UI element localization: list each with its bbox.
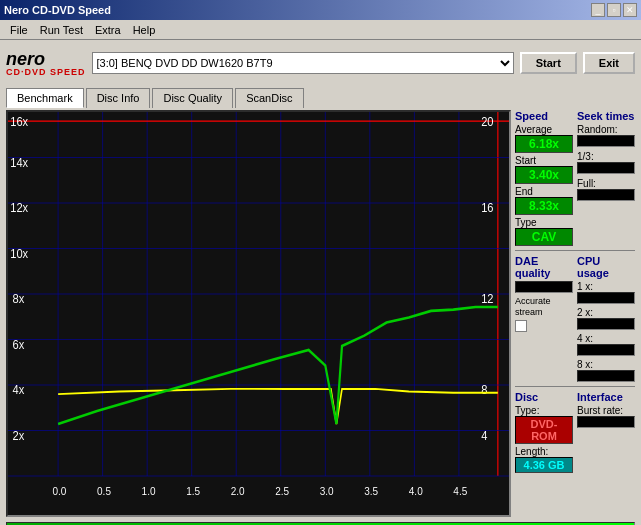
end-value: 8.33x	[515, 197, 573, 215]
disc-type-label: Type:	[515, 405, 573, 416]
4x-bar	[577, 344, 635, 356]
average-value: 6.18x	[515, 135, 573, 153]
svg-text:4.0: 4.0	[409, 485, 423, 498]
type-label: Type	[515, 217, 573, 228]
menu-runtest[interactable]: Run Test	[34, 22, 89, 38]
seek-title: Seek times	[577, 110, 635, 122]
logo-sub: CD·DVD SPEED	[6, 68, 86, 77]
svg-text:0.5: 0.5	[97, 485, 111, 498]
dae-title: DAE quality	[515, 255, 573, 279]
burst-label: Burst rate:	[577, 405, 635, 416]
full-bar	[577, 189, 635, 201]
svg-text:10x: 10x	[10, 246, 28, 261]
random-bar	[577, 135, 635, 147]
svg-text:2.0: 2.0	[231, 485, 245, 498]
tab-discquality[interactable]: Disc Quality	[152, 88, 233, 108]
chart-area: 16x 14x 12x 10x 8x 6x 4x 2x 20 16 12 8 4…	[6, 110, 511, 517]
close-button[interactable]: ✕	[623, 3, 637, 17]
svg-text:4x: 4x	[12, 382, 24, 397]
cpu-title: CPU usage	[577, 255, 635, 279]
third-label: 1/3:	[577, 151, 635, 162]
menu-extra[interactable]: Extra	[89, 22, 127, 38]
divider1	[515, 250, 635, 251]
svg-text:8x: 8x	[12, 291, 24, 306]
disc-section: Disc Type: DVD-ROM Length: 4.36 GB	[515, 391, 573, 473]
window-controls[interactable]: _ ▫ ✕	[591, 3, 637, 17]
right-panel: Speed Average 6.18x Start 3.40x End 8.33…	[515, 110, 635, 517]
1x-label: 1 x:	[577, 281, 635, 292]
svg-text:16x: 16x	[10, 114, 28, 129]
svg-text:3.5: 3.5	[364, 485, 378, 498]
divider2	[515, 386, 635, 387]
tab-benchmark[interactable]: Benchmark	[6, 88, 84, 108]
svg-text:14x: 14x	[10, 155, 28, 170]
exit-button[interactable]: Exit	[583, 52, 635, 74]
svg-text:0.0: 0.0	[53, 485, 67, 498]
minimize-button[interactable]: _	[591, 3, 605, 17]
disc-title: Disc	[515, 391, 573, 403]
start-value: 3.40x	[515, 166, 573, 184]
8x-bar	[577, 370, 635, 382]
disc-type-value: DVD-ROM	[515, 416, 573, 444]
svg-rect-0	[8, 112, 509, 515]
titlebar: Nero CD-DVD Speed _ ▫ ✕	[0, 0, 641, 20]
accurate-label: Accurate stream	[515, 296, 573, 318]
8x-label: 8 x:	[577, 359, 635, 370]
dae-section: DAE quality Accurate stream	[515, 255, 573, 382]
svg-text:4.5: 4.5	[453, 485, 467, 498]
2x-label: 2 x:	[577, 307, 635, 318]
svg-text:12x: 12x	[10, 200, 28, 215]
logo: nero CD·DVD SPEED	[6, 50, 86, 77]
cpu-section: CPU usage 1 x: 2 x: 4 x: 8 x:	[577, 255, 635, 382]
svg-text:4: 4	[481, 428, 487, 443]
seek-section: Seek times Random: 1/3: Full:	[577, 110, 635, 246]
disc-interface-row: Disc Type: DVD-ROM Length: 4.36 GB Inter…	[515, 391, 635, 473]
2x-bar	[577, 318, 635, 330]
speed-section: Speed Average 6.18x Start 3.40x End 8.33…	[515, 110, 573, 246]
4x-label: 4 x:	[577, 333, 635, 344]
svg-text:6x: 6x	[12, 337, 24, 352]
svg-text:1.0: 1.0	[142, 485, 156, 498]
start-button[interactable]: Start	[520, 52, 577, 74]
dae-cpu-row: DAE quality Accurate stream CPU usage 1 …	[515, 255, 635, 382]
tab-scandisc[interactable]: ScanDisc	[235, 88, 303, 108]
interface-section: Interface Burst rate:	[577, 391, 635, 473]
third-bar	[577, 162, 635, 174]
svg-text:1.5: 1.5	[186, 485, 200, 498]
type-value: CAV	[515, 228, 573, 246]
menu-file[interactable]: File	[4, 22, 34, 38]
svg-text:2x: 2x	[12, 428, 24, 443]
disc-length-value: 4.36 GB	[515, 457, 573, 473]
menu-help[interactable]: Help	[127, 22, 162, 38]
svg-text:8: 8	[481, 382, 487, 397]
random-label: Random:	[577, 124, 635, 135]
svg-text:12: 12	[481, 291, 494, 306]
svg-text:20: 20	[481, 114, 494, 129]
tabs: Benchmark Disc Info Disc Quality ScanDis…	[0, 86, 641, 108]
interface-title: Interface	[577, 391, 635, 403]
logo-nero: nero	[6, 50, 86, 68]
menubar: File Run Test Extra Help	[0, 20, 641, 40]
chart-svg: 16x 14x 12x 10x 8x 6x 4x 2x 20 16 12 8 4…	[8, 112, 509, 515]
speed-seek-row: Speed Average 6.18x Start 3.40x End 8.33…	[515, 110, 635, 246]
restore-button[interactable]: ▫	[607, 3, 621, 17]
accurate-stream-checkbox[interactable]	[515, 320, 527, 332]
speed-title: Speed	[515, 110, 573, 122]
start-label: Start	[515, 155, 573, 166]
average-label: Average	[515, 124, 573, 135]
accurate-stream-checkbox-area	[515, 320, 573, 332]
1x-bar	[577, 292, 635, 304]
window-title: Nero CD-DVD Speed	[4, 4, 111, 16]
drive-select[interactable]: [3:0] BENQ DVD DD DW1620 B7T9	[92, 52, 514, 74]
dae-bar	[515, 281, 573, 293]
svg-text:2.5: 2.5	[275, 485, 289, 498]
main-content: 16x 14x 12x 10x 8x 6x 4x 2x 20 16 12 8 4…	[0, 108, 641, 521]
top-section: nero CD·DVD SPEED [3:0] BENQ DVD DD DW16…	[0, 40, 641, 86]
disc-length-label: Length:	[515, 446, 573, 457]
burst-bar	[577, 416, 635, 428]
svg-text:3.0: 3.0	[320, 485, 334, 498]
full-label: Full:	[577, 178, 635, 189]
tab-discinfo[interactable]: Disc Info	[86, 88, 151, 108]
end-label: End	[515, 186, 573, 197]
svg-text:16: 16	[481, 200, 494, 215]
